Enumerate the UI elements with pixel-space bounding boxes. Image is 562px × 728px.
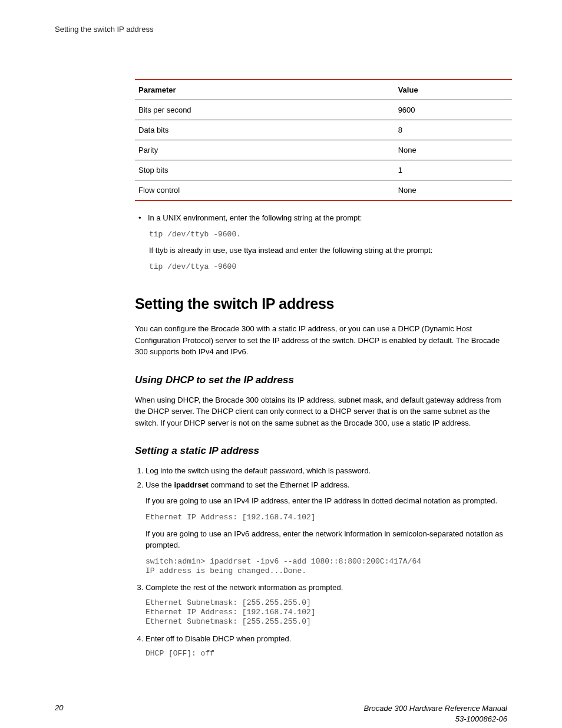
- code-ipv4: Ethernet IP Address: [192.168.74.102]: [146, 513, 512, 522]
- table-row: Stop bits 1: [135, 160, 512, 180]
- step-1: Log into the switch using the default pa…: [146, 465, 512, 477]
- table-header-row: Parameter Value: [135, 80, 512, 100]
- step-4-text: Enter off to Disable DHCP when prompted.: [146, 634, 291, 643]
- table-row: Flow control None: [135, 180, 512, 201]
- bullet-item: • In a UNIX environment, enter the follo…: [138, 213, 512, 224]
- unix-block: • In a UNIX environment, enter the follo…: [135, 213, 512, 272]
- param-name: Bits per second: [135, 100, 395, 120]
- code-step4: DHCP [OFF]: off: [146, 649, 512, 658]
- page-number: 20: [55, 703, 63, 712]
- steps-list: Log into the switch using the default pa…: [135, 465, 512, 658]
- subsection-static: Setting a static IP address: [135, 445, 512, 457]
- section-heading: Setting the switch IP address: [135, 295, 512, 312]
- param-value: None: [395, 140, 512, 160]
- step-2-ipv6-note: If you are going to use an IPv6 address,…: [146, 528, 512, 551]
- table-row: Bits per second 9600: [135, 100, 512, 120]
- publication-info: Brocade 300 Hardware Reference Manual 53…: [363, 703, 507, 724]
- code-step3: Ethernet Subnetmask: [255.255.255.0] Eth…: [146, 598, 512, 627]
- param-value: 1: [395, 160, 512, 180]
- table-row: Data bits 8: [135, 120, 512, 140]
- subsection-dhcp: Using DHCP to set the IP address: [135, 374, 512, 386]
- step-3: Complete the rest of the network informa…: [146, 582, 512, 627]
- step-2-pre: Use the: [146, 480, 174, 489]
- step-4: Enter off to Disable DHCP when prompted.…: [146, 633, 512, 659]
- bullet-dot-icon: •: [138, 213, 142, 224]
- step-2-ipv4-note: If you are going to use an IPv4 IP addre…: [146, 495, 512, 507]
- bullet-text: In a UNIX environment, enter the followi…: [148, 213, 362, 224]
- param-name: Flow control: [135, 180, 395, 201]
- param-value: 9600: [395, 100, 512, 120]
- table-header-parameter: Parameter: [135, 80, 395, 100]
- table-row: Parity None: [135, 140, 512, 160]
- ipaddrset-command: ipaddrset: [174, 480, 209, 489]
- dhcp-paragraph: When using DHCP, the Brocade 300 obtains…: [135, 394, 512, 429]
- table-header-value: Value: [395, 80, 512, 100]
- code-ttyb: tip /dev/ttyb -9600.: [149, 230, 512, 239]
- running-header: Setting the switch IP address: [55, 25, 153, 34]
- param-name: Stop bits: [135, 160, 395, 180]
- param-name: Parity: [135, 140, 395, 160]
- parameter-table: Parameter Value Bits per second 9600 Dat…: [135, 79, 512, 201]
- param-value: None: [395, 180, 512, 201]
- step-3-text: Complete the rest of the network informa…: [146, 583, 343, 592]
- ttyb-note: If ttyb is already in use, use ttya inst…: [149, 245, 512, 256]
- content-area: Parameter Value Bits per second 9600 Dat…: [135, 79, 512, 664]
- code-ipv6: switch:admin> ipaddrset -ipv6 --add 1080…: [146, 557, 512, 577]
- code-ttya: tip /dev/ttya -9600: [149, 262, 512, 272]
- param-name: Data bits: [135, 120, 395, 140]
- manual-title: Brocade 300 Hardware Reference Manual: [363, 703, 507, 714]
- step-2-post: command to set the Ethernet IP address.: [209, 480, 350, 489]
- intro-paragraph: You can configure the Brocade 300 with a…: [135, 323, 512, 358]
- step-1-text: Log into the switch using the default pa…: [146, 466, 371, 475]
- step-2: Use the ipaddrset command to set the Eth…: [146, 479, 512, 577]
- page: Setting the switch IP address Parameter …: [0, 0, 562, 728]
- param-value: 8: [395, 120, 512, 140]
- document-number: 53-1000862-06: [363, 714, 507, 724]
